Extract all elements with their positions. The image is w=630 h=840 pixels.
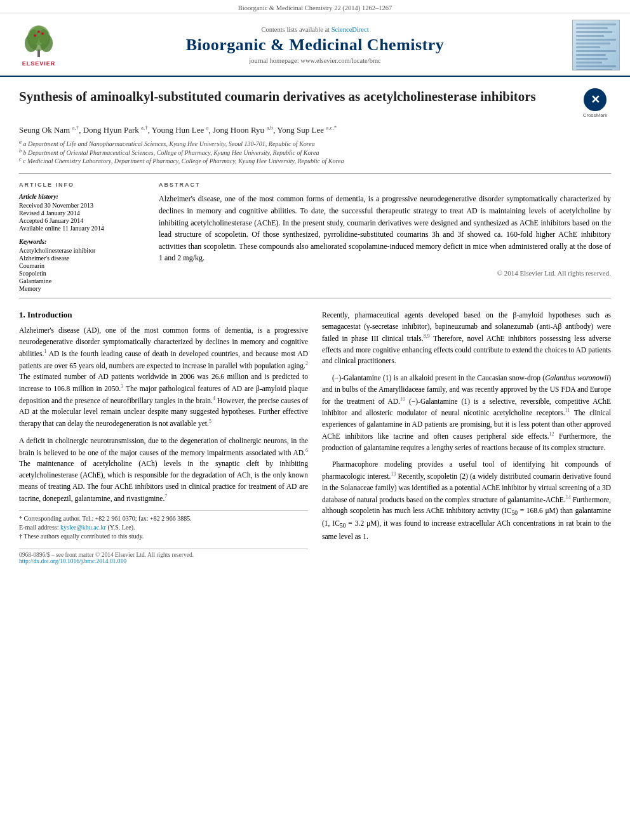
elsevier-tree-icon xyxy=(20,24,58,59)
body-right-col: Recently, pharmaceutical agents develope… xyxy=(322,310,611,564)
article-title-block: Synthesis of aminoalkyl-substituted coum… xyxy=(19,88,611,118)
article-info-col: ARTICLE INFO Article history: Received 3… xyxy=(19,182,146,293)
keyword-4: Scopoletin xyxy=(19,270,146,277)
affiliations-block: a a Department of Life and Nanopharmaceu… xyxy=(19,139,611,164)
keyword-5: Galantamine xyxy=(19,277,146,284)
authors-text: Seung Ok Nam a,†, Dong Hyun Park a,†, Yo… xyxy=(19,125,337,135)
history-title: Article history: xyxy=(19,193,146,200)
footnote-email: E-mail address: kyslee@khu.ac.kr (Y.S. L… xyxy=(19,524,308,531)
revised-date: Revised 4 January 2014 xyxy=(19,210,146,217)
available-date: Available online 11 January 2014 xyxy=(19,225,146,232)
info-abstract-section: ARTICLE INFO Article history: Received 3… xyxy=(19,182,611,293)
keyword-1: Acetylcholinesterase inhibitor xyxy=(19,247,146,254)
footnotes: * Corresponding author. Tel.: +82 2 961 … xyxy=(19,510,308,540)
accepted-date: Accepted 6 January 2014 xyxy=(19,217,146,224)
journal-title-block: Contents lists available at ScienceDirec… xyxy=(74,26,556,64)
keyword-2: Alzheimer's disease xyxy=(19,255,146,262)
issn-line: 0968-0896/$ – see front matter © 2014 El… xyxy=(19,552,308,558)
received-date: Received 30 November 2013 xyxy=(19,202,146,209)
copyright-line: © 2014 Elsevier Ltd. All rights reserved… xyxy=(159,269,611,277)
svg-point-8 xyxy=(41,32,44,35)
article-body: 1. Introduction Alzheimer's disease (AD)… xyxy=(19,310,611,564)
journal-name: Bioorganic & Medicinal Chemistry xyxy=(74,36,556,55)
journal-header: ELSEVIER Contents lists available at Sci… xyxy=(0,13,630,77)
elsevier-logo-block: ELSEVIER xyxy=(10,24,67,67)
footnote-equal: † These authors equally contributed to t… xyxy=(19,533,308,540)
crossmark-badge[interactable]: ✕ CrossMark xyxy=(579,88,611,118)
right-para-1: Recently, pharmaceutical agents develope… xyxy=(322,310,611,367)
doi-link[interactable]: http://dx.doi.org/10.1016/j.bmc.2014.01.… xyxy=(19,558,126,564)
cover-image xyxy=(572,20,620,70)
authors-block: Seung Ok Nam a,†, Dong Hyun Park a,†, Yo… xyxy=(19,124,611,135)
sciencedirect-link: Contents lists available at ScienceDirec… xyxy=(74,26,556,33)
svg-point-5 xyxy=(29,29,39,44)
abstract-text: Alzheimer's disease, one of the most com… xyxy=(159,193,611,264)
email-link[interactable]: kyslee@khu.ac.kr xyxy=(60,524,106,531)
doi-line: http://dx.doi.org/10.1016/j.bmc.2014.01.… xyxy=(19,558,308,564)
body-two-col: 1. Introduction Alzheimer's disease (AD)… xyxy=(19,310,611,564)
intro-para-2: A deficit in cholinergic neurotransmissi… xyxy=(19,436,308,505)
intro-para-1: Alzheimer's disease (AD), one of the mos… xyxy=(19,325,308,429)
elsevier-brand-text: ELSEVIER xyxy=(22,60,56,67)
crossmark-icon: ✕ xyxy=(584,88,607,111)
journal-banner: Bioorganic & Medicinal Chemistry 22 (201… xyxy=(0,0,630,13)
right-para-2: (−)-Galantamine (1) is an alkaloid prese… xyxy=(322,373,611,453)
abstract-col: ABSTRACT Alzheimer's disease, one of the… xyxy=(159,182,611,293)
affiliation-b: b b Department of Oriental Pharmaceutica… xyxy=(19,148,611,156)
affiliation-a: a a Department of Life and Nanopharmaceu… xyxy=(19,139,611,147)
keyword-3: Coumarin xyxy=(19,262,146,269)
svg-point-6 xyxy=(39,29,49,44)
journal-reference: Bioorganic & Medicinal Chemistry 22 (201… xyxy=(238,4,392,11)
article-container: Synthesis of aminoalkyl-substituted coum… xyxy=(0,77,630,576)
divider-top xyxy=(19,173,611,174)
intro-heading: 1. Introduction xyxy=(19,310,308,320)
right-para-3: Pharmacophore modeling provides a useful… xyxy=(322,459,611,542)
keywords-block: Keywords: Acetylcholinesterase inhibitor… xyxy=(19,238,146,292)
body-left-col: 1. Introduction Alzheimer's disease (AD)… xyxy=(19,310,308,564)
article-title: Synthesis of aminoalkyl-substituted coum… xyxy=(19,88,579,105)
article-history: Article history: Received 30 November 20… xyxy=(19,193,146,232)
svg-point-9 xyxy=(37,30,40,33)
footnote-corresponding: * Corresponding author. Tel.: +82 2 961 … xyxy=(19,515,308,522)
affiliation-c: c c Medicinal Chemistry Laboratory, Depa… xyxy=(19,156,611,164)
crossmark-label: CrossMark xyxy=(583,112,608,118)
keywords-title: Keywords: xyxy=(19,238,146,245)
page-footer: 0968-0896/$ – see front matter © 2014 El… xyxy=(19,549,308,564)
journal-cover-thumbnail xyxy=(563,20,620,70)
svg-point-7 xyxy=(34,34,36,37)
journal-homepage: journal homepage: www.elsevier.com/locat… xyxy=(74,57,556,64)
divider-bottom xyxy=(19,298,611,298)
article-info-label: ARTICLE INFO xyxy=(19,182,146,188)
keyword-6: Memory xyxy=(19,285,146,292)
abstract-label: ABSTRACT xyxy=(159,182,611,188)
